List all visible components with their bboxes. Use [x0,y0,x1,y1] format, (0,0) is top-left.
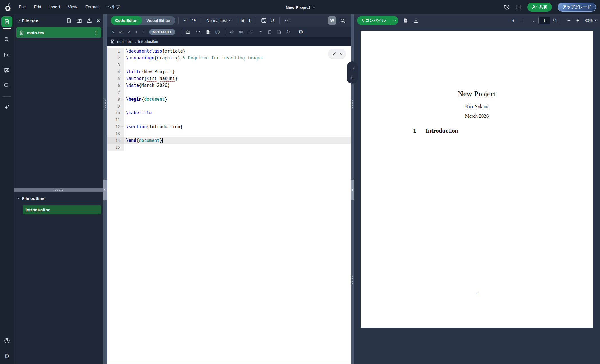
divider-grip[interactable] [352,276,353,284]
page-up-icon[interactable] [520,18,527,23]
code-line-10[interactable]: 10\maketitle [107,110,351,116]
zoom-in-icon[interactable]: + [573,17,582,24]
new-file-icon[interactable] [66,18,72,23]
page-down-icon[interactable] [529,18,536,23]
code-line-7[interactable]: 7 [107,89,351,96]
collapse-file-tree-icon[interactable] [17,19,20,21]
recompile-options-button[interactable] [390,16,398,25]
code-line-15[interactable]: 15 [107,144,351,151]
menu-file[interactable]: File [15,4,30,10]
code-line-9[interactable]: 9 [107,103,351,110]
menu-format[interactable]: Format [81,4,103,10]
editor-pdf-divider[interactable]: → ← [351,14,354,364]
visual-editor-tab[interactable]: Visual Editor [142,16,175,25]
rail-review-button[interactable] [1,65,12,76]
project-title-menu[interactable]: New Project [286,0,315,14]
robot-icon[interactable] [185,29,191,35]
pdf-viewer[interactable]: New Project Kiri Nakuni March 2026 1 Int… [354,27,600,364]
clipboard-icon[interactable] [267,30,272,34]
logs-icon[interactable] [403,18,408,23]
menu-help[interactable]: ヘルプ [103,4,124,10]
menu-view[interactable]: View [64,4,81,10]
code-line-4[interactable]: 4\title{New Project} [107,68,351,75]
file-tree-item[interactable]: main.tex⋮ [16,27,101,38]
bold-button[interactable]: B [239,18,247,23]
panel-resize-handle[interactable] [14,188,103,192]
code-line-8[interactable]: 8▾\begin{document} [107,96,351,103]
file-menu-icon[interactable]: ⋮ [94,30,98,35]
editing-mode-pill[interactable] [328,49,346,59]
disable-icon[interactable]: ⊘ [119,30,123,34]
code-editor-area[interactable]: 1\documentclass{article}2\usepackage{gra… [107,46,351,364]
code-line-12[interactable]: 12▾\section{Introduction} [107,123,351,130]
page-number-input[interactable] [538,17,550,24]
rail-ai-assist-button[interactable] [1,102,12,113]
code-line-3[interactable]: 3 [107,61,351,68]
italic-button[interactable]: I [246,18,252,23]
undo-icon[interactable]: ↶ [182,17,190,23]
paragraph-style-dropdown[interactable]: Normal text [204,18,233,23]
divider-grip[interactable] [352,100,353,108]
breadcrumb-file[interactable]: main.tex [117,39,132,44]
upload-icon[interactable] [87,18,92,23]
paraphrase-icon[interactable]: ⇄ [230,30,234,34]
outline-item[interactable]: Introduction [23,205,101,214]
rail-code-check-button[interactable] [1,49,12,60]
math-icon[interactable] [259,18,269,23]
layout-icon[interactable] [516,4,522,10]
close-icon[interactable]: × [111,29,114,34]
zoom-level-dropdown[interactable]: 80% [585,18,597,23]
collapse-pdf-handle[interactable] [351,180,354,200]
file-tree-panel: File tree × main.tex⋮ [14,14,103,188]
menu-edit[interactable]: Edit [30,4,45,10]
rail-file-tree-button[interactable] [1,16,12,27]
split-icon[interactable] [258,30,262,34]
symbol-omega-button[interactable]: Ω [269,18,276,23]
rail-help-button[interactable] [1,335,12,346]
prev-icon[interactable] [136,31,138,33]
paper-icon[interactable] [277,30,281,34]
collapse-outline-icon[interactable] [17,196,20,199]
document-icon[interactable] [206,29,210,34]
close-panel-icon[interactable]: × [97,18,100,23]
rail-settings-button[interactable]: ⚙ [1,351,12,361]
menu-insert[interactable]: Insert [45,4,64,10]
expand-editor-arrow[interactable]: ← [350,74,355,80]
code-editor-tab[interactable]: Code Editor [111,16,142,25]
redo-icon[interactable]: ↷ [190,17,198,23]
shuffle-icon[interactable] [248,29,253,34]
zoom-out-icon[interactable]: − [565,17,573,24]
code-line-13[interactable]: 13 [107,130,351,137]
next-icon[interactable] [143,31,144,33]
download-icon[interactable] [413,18,419,23]
code-line-11[interactable]: 11 [107,116,351,123]
upgrade-button[interactable]: アップグレード [558,3,596,12]
zoom-value: 80% [585,18,593,23]
expand-pdf-arrow[interactable]: → [350,65,355,71]
contrast-icon[interactable]: ◐ [512,18,515,23]
code-line-14[interactable]: 14\end{document} [107,137,351,144]
code-line-1[interactable]: 1\documentclass{article} [107,48,351,55]
share-button[interactable]: 共有 [527,3,552,12]
sync-icon[interactable]: ↻ [286,30,290,34]
writefull-settings-icon[interactable]: ⚙ [298,29,303,35]
code-line-2[interactable]: 2\usepackage{graphicx} % Required for in… [107,55,351,61]
search-icon[interactable] [338,18,347,23]
history-icon[interactable] [504,4,510,10]
collapse-sidebar-handle[interactable] [103,180,107,200]
accept-icon[interactable]: ✓ [128,30,131,34]
breadcrumb-section[interactable]: Introduction [138,39,158,44]
recompile-button[interactable]: リコンパイル [357,16,390,25]
writefull-icon[interactable]: W [328,16,336,25]
code-line-6[interactable]: 6\date{March 2026} [107,82,351,89]
sidebar-editor-divider[interactable] [103,14,107,364]
rail-search-button[interactable] [1,34,12,45]
new-folder-icon[interactable] [76,18,82,23]
language-icon[interactable]: Ⓐ [215,30,220,34]
translate-icon[interactable]: Aa [238,30,243,34]
rail-chat-button[interactable] [1,80,12,91]
suggestions-icon[interactable] [196,29,201,35]
divider-grip[interactable] [105,100,106,108]
more-tools-button[interactable]: ⋯ [283,17,292,23]
code-line-5[interactable]: 5\author{Kiri Nakuni} [107,75,351,82]
